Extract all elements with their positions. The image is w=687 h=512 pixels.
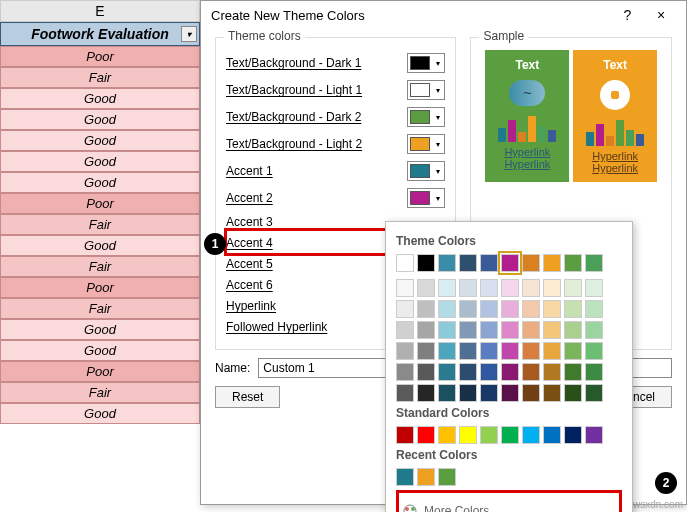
color-swatch[interactable] (501, 342, 519, 360)
color-swatch[interactable] (438, 426, 456, 444)
data-cell[interactable]: Good (0, 88, 200, 109)
color-swatch[interactable] (522, 363, 540, 381)
color-swatch[interactable] (522, 254, 540, 272)
color-swatch[interactable] (459, 279, 477, 297)
color-swatch[interactable] (564, 426, 582, 444)
color-swatch[interactable] (438, 321, 456, 339)
color-swatch[interactable] (480, 300, 498, 318)
data-cell[interactable]: Good (0, 340, 200, 361)
color-swatch[interactable] (564, 300, 582, 318)
data-cell[interactable]: Good (0, 151, 200, 172)
color-swatch[interactable] (417, 426, 435, 444)
color-swatch[interactable] (417, 254, 435, 272)
color-swatch[interactable] (438, 363, 456, 381)
color-swatch[interactable] (480, 342, 498, 360)
column-letter[interactable]: E (0, 0, 200, 22)
color-swatch[interactable] (438, 384, 456, 402)
color-swatch[interactable] (438, 468, 456, 486)
color-swatch[interactable] (522, 279, 540, 297)
color-swatch[interactable] (564, 254, 582, 272)
color-swatch[interactable] (417, 279, 435, 297)
color-swatch[interactable] (459, 342, 477, 360)
color-swatch[interactable] (543, 342, 561, 360)
color-swatch[interactable] (396, 426, 414, 444)
data-cell[interactable]: Good (0, 235, 200, 256)
color-swatch[interactable] (543, 254, 561, 272)
color-swatch[interactable] (396, 468, 414, 486)
color-swatch[interactable] (501, 426, 519, 444)
close-button[interactable]: × (646, 7, 676, 23)
color-swatch[interactable] (480, 321, 498, 339)
color-swatch[interactable] (459, 384, 477, 402)
data-cell[interactable]: Good (0, 109, 200, 130)
color-swatch[interactable] (564, 321, 582, 339)
color-swatch[interactable] (585, 279, 603, 297)
data-cell[interactable]: Fair (0, 256, 200, 277)
color-swatch[interactable] (501, 279, 519, 297)
color-dropdown-button[interactable]: ▾ (407, 107, 445, 127)
color-swatch[interactable] (459, 254, 477, 272)
more-colors-button[interactable]: More Colors... (400, 500, 618, 512)
color-swatch[interactable] (501, 254, 519, 272)
column-header-cell[interactable]: Footwork Evaluation ▾ (0, 22, 200, 46)
color-swatch[interactable] (438, 300, 456, 318)
color-swatch[interactable] (501, 363, 519, 381)
color-swatch[interactable] (417, 321, 435, 339)
color-swatch[interactable] (480, 279, 498, 297)
color-swatch[interactable] (417, 363, 435, 381)
data-cell[interactable]: Poor (0, 361, 200, 382)
reset-button[interactable]: Reset (215, 386, 280, 408)
color-swatch[interactable] (585, 342, 603, 360)
color-swatch[interactable] (522, 300, 540, 318)
color-swatch[interactable] (396, 279, 414, 297)
data-cell[interactable]: Poor (0, 46, 200, 67)
data-cell[interactable]: Poor (0, 277, 200, 298)
data-cell[interactable]: Good (0, 172, 200, 193)
color-swatch[interactable] (417, 300, 435, 318)
color-swatch[interactable] (501, 384, 519, 402)
color-swatch[interactable] (459, 321, 477, 339)
color-swatch[interactable] (543, 279, 561, 297)
color-swatch[interactable] (438, 279, 456, 297)
color-swatch[interactable] (480, 363, 498, 381)
data-cell[interactable]: Poor (0, 193, 200, 214)
color-swatch[interactable] (417, 384, 435, 402)
color-dropdown-button[interactable]: ▾ (407, 134, 445, 154)
color-swatch[interactable] (585, 363, 603, 381)
color-swatch[interactable] (522, 426, 540, 444)
color-swatch[interactable] (522, 384, 540, 402)
color-swatch[interactable] (501, 300, 519, 318)
color-dropdown-button[interactable]: ▾ (407, 161, 445, 181)
color-dropdown-button[interactable]: ▾ (407, 188, 445, 208)
filter-dropdown-icon[interactable]: ▾ (181, 26, 197, 42)
color-swatch[interactable] (543, 321, 561, 339)
color-swatch[interactable] (396, 254, 414, 272)
color-swatch[interactable] (459, 426, 477, 444)
color-swatch[interactable] (480, 254, 498, 272)
color-swatch[interactable] (585, 321, 603, 339)
color-swatch[interactable] (396, 384, 414, 402)
color-swatch[interactable] (543, 426, 561, 444)
color-swatch[interactable] (522, 321, 540, 339)
data-cell[interactable]: Good (0, 319, 200, 340)
color-swatch[interactable] (417, 342, 435, 360)
color-swatch[interactable] (459, 363, 477, 381)
data-cell[interactable]: Fair (0, 214, 200, 235)
help-button[interactable]: ? (612, 7, 642, 23)
data-cell[interactable]: Fair (0, 382, 200, 403)
color-swatch[interactable] (480, 426, 498, 444)
color-swatch[interactable] (585, 254, 603, 272)
color-swatch[interactable] (396, 342, 414, 360)
color-swatch[interactable] (417, 468, 435, 486)
color-swatch[interactable] (522, 342, 540, 360)
color-swatch[interactable] (459, 300, 477, 318)
color-swatch[interactable] (396, 300, 414, 318)
color-swatch[interactable] (564, 279, 582, 297)
color-swatch[interactable] (438, 254, 456, 272)
data-cell[interactable]: Fair (0, 298, 200, 319)
data-cell[interactable]: Good (0, 130, 200, 151)
color-swatch[interactable] (564, 363, 582, 381)
color-dropdown-button[interactable]: ▾ (407, 80, 445, 100)
color-swatch[interactable] (543, 300, 561, 318)
color-swatch[interactable] (564, 342, 582, 360)
